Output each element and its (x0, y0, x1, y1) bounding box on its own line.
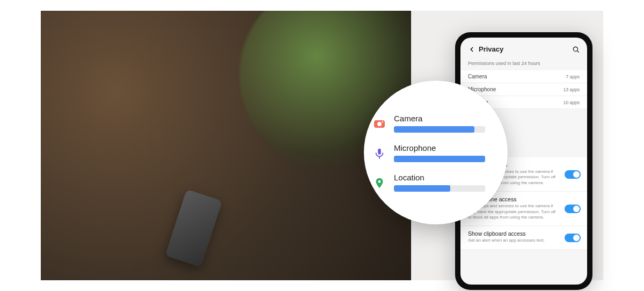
zoom-label: Microphone (394, 143, 493, 152)
zoom-lens: Camera Microphone Location (364, 81, 508, 224)
zoom-bar (394, 185, 485, 192)
svg-point-4 (382, 121, 383, 122)
svg-rect-5 (378, 148, 381, 154)
zoom-bar-fill (394, 185, 450, 192)
screen-header: Privacy (460, 38, 587, 59)
zoom-bar (394, 126, 485, 133)
svg-point-7 (378, 180, 381, 183)
promo-stage: Privacy Permissions used in last 24 hour… (41, 11, 603, 280)
zoom-bar (394, 156, 485, 162)
zoom-row-microphone: Microphone (394, 143, 493, 162)
zoom-row-location: Location (394, 173, 493, 192)
svg-line-1 (577, 50, 579, 52)
toggle[interactable] (565, 205, 581, 213)
back-icon[interactable] (468, 46, 475, 53)
permission-count: 13 apps (564, 87, 580, 92)
zoom-label: Location (394, 173, 493, 182)
toggle[interactable] (565, 234, 581, 242)
permission-name: Camera (468, 74, 487, 79)
access-desc: Get an alert when an app accesses text, (468, 238, 580, 243)
toggle[interactable] (565, 170, 581, 179)
location-icon (372, 176, 386, 190)
access-title: Show clipboard access (468, 230, 580, 237)
access-desc: Allow apps and services to use the camer… (468, 203, 580, 220)
section-label: Permissions used in last 24 hours (460, 59, 587, 70)
permission-row[interactable]: Microphone 13 apps (460, 83, 587, 96)
svg-point-3 (377, 122, 382, 126)
access-row-clipboard[interactable]: Show clipboard access Get an alert when … (460, 226, 587, 249)
permission-count: 10 apps (564, 100, 580, 105)
permission-count: 7 apps (566, 74, 580, 79)
lifestyle-photo (41, 11, 411, 280)
zoom-label: Camera (394, 114, 493, 123)
zoom-bar-fill (394, 156, 485, 162)
search-icon[interactable] (572, 46, 580, 53)
zoom-row-camera: Camera (394, 114, 493, 133)
permission-row[interactable]: Camera 7 apps (460, 70, 587, 83)
camera-icon (372, 117, 386, 131)
microphone-icon (372, 147, 386, 161)
page-title: Privacy (479, 45, 572, 53)
zoom-bar-fill (394, 126, 474, 133)
